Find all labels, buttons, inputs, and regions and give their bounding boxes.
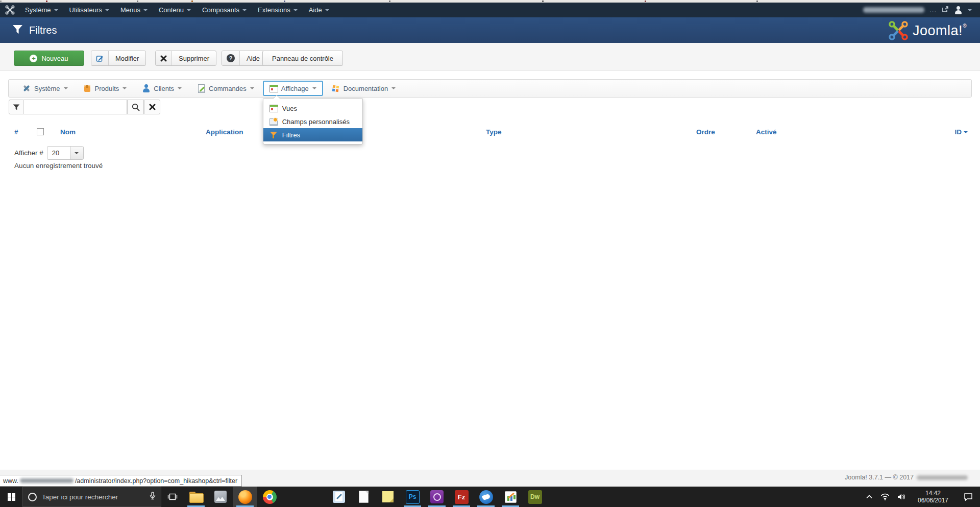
column-nom[interactable]: Nom: [60, 128, 76, 136]
browser-status-url: www. /administrator/index.php?option=com…: [0, 475, 242, 487]
taskbar-dreamweaver[interactable]: Dw: [523, 487, 547, 507]
nav-item-utilisateurs[interactable]: Utilisateurs: [64, 3, 115, 17]
wifi-icon[interactable]: [877, 487, 893, 507]
caret-down-icon: [178, 87, 182, 89]
joomla-logo-icon: [888, 20, 909, 41]
caret-down-icon: [64, 87, 68, 89]
delete-button-label: Supprimer: [172, 51, 216, 65]
new-button-label: Nouveau: [41, 55, 68, 62]
taskbar-separator: [282, 487, 327, 507]
person-icon: [142, 84, 150, 92]
nav-label: Extensions: [258, 6, 290, 14]
task-view-button[interactable]: [161, 487, 184, 507]
taskbar-thunderbird[interactable]: [474, 487, 498, 507]
menu-label: Produits: [95, 85, 119, 92]
status-url-prefix: www.: [3, 477, 18, 485]
joomla-brand: Joomla!®: [888, 20, 967, 41]
edit-button[interactable]: Modifier: [91, 51, 146, 66]
new-button[interactable]: Nouveau: [14, 51, 84, 66]
dropdown-item-champs-personnalises[interactable]: Champs personnalisés: [263, 115, 362, 128]
taskbar-document-app[interactable]: [351, 487, 376, 507]
user-menu-icon[interactable]: [954, 6, 963, 14]
limit-select[interactable]: 20: [47, 146, 84, 160]
dropdown-item-label: Vues: [282, 105, 297, 112]
edit-button-label: Modifier: [109, 51, 145, 65]
help-button[interactable]: Aide: [222, 51, 267, 66]
control-panel-button[interactable]: Panneau de contrôle: [262, 51, 343, 66]
page-title: Filtres: [29, 25, 57, 36]
external-link-icon[interactable]: [942, 6, 949, 14]
limit-label: Afficher #: [14, 149, 43, 157]
product-box-icon: [83, 84, 91, 92]
search-input[interactable]: [23, 100, 127, 114]
taskbar-firefox[interactable]: [233, 487, 257, 507]
order-page-icon: [197, 84, 205, 92]
column-application[interactable]: Application: [206, 128, 243, 136]
hikashop-menu-systeme[interactable]: Système: [16, 81, 75, 96]
speaker-icon[interactable]: [893, 487, 910, 507]
column-type[interactable]: Type: [486, 128, 502, 136]
empty-message: Aucun enregistrement trouvé: [14, 162, 103, 170]
taskbar-clock[interactable]: 14:42 06/06/2017: [910, 487, 957, 507]
photos-icon: [214, 491, 227, 503]
caret-down-icon[interactable]: [968, 9, 972, 11]
taskbar-chart-editor[interactable]: [498, 487, 523, 507]
nav-item-systeme[interactable]: Système: [19, 3, 64, 17]
list-limit-row: Afficher # 20: [14, 146, 84, 160]
help-icon: [222, 51, 240, 65]
dropdown-item-filtres[interactable]: Filtres: [263, 128, 362, 141]
taskbar-sticky-notes[interactable]: [376, 487, 400, 507]
caret-down-icon: [54, 9, 58, 11]
select-all-checkbox[interactable]: [37, 128, 44, 135]
documentation-icon: [332, 84, 340, 92]
redacted-site-name[interactable]: [863, 7, 924, 13]
hikashop-menu-commandes[interactable]: Commandes: [190, 81, 261, 96]
taskbar-photoshop[interactable]: Ps: [400, 487, 425, 507]
caret-down-icon: [293, 9, 298, 11]
taskbar-search-placeholder: Taper ici pour rechercher: [42, 493, 144, 501]
taskbar-text-editor[interactable]: [327, 487, 351, 507]
column-num: #: [14, 128, 18, 136]
column-active[interactable]: Activé: [756, 128, 777, 136]
delete-x-icon: [156, 51, 172, 65]
taskbar-search-box[interactable]: Taper ici pour rechercher: [22, 487, 161, 507]
action-center-icon[interactable]: [957, 487, 980, 507]
column-id-sort[interactable]: ID: [955, 128, 968, 136]
nav-item-composants[interactable]: Composants: [197, 3, 252, 17]
column-ordre[interactable]: Ordre: [696, 128, 715, 136]
caret-down-icon: [391, 87, 396, 89]
hikashop-menu-documentation[interactable]: Documentation: [325, 81, 402, 96]
taskbar-file-explorer[interactable]: [184, 487, 208, 507]
delete-button[interactable]: Supprimer: [155, 51, 216, 66]
search-filter-bar: [9, 100, 160, 114]
admin-top-nav: Système Utilisateurs Menus Contenu Compo…: [0, 3, 980, 17]
nav-item-aide[interactable]: Aide: [303, 3, 335, 17]
microphone-icon[interactable]: [150, 492, 156, 502]
taskbar-photos-app[interactable]: [208, 487, 233, 507]
cortana-icon: [28, 493, 37, 501]
hikashop-menu-produits[interactable]: Produits: [77, 81, 134, 96]
search-button[interactable]: [127, 100, 144, 114]
start-button[interactable]: [0, 487, 22, 507]
hikashop-menu-clients[interactable]: Clients: [135, 81, 188, 96]
hikashop-menu-affichage[interactable]: Affichage Vues Champs personnalisés Filt…: [263, 81, 323, 96]
taskbar-media-app[interactable]: [425, 487, 449, 507]
control-panel-label: Panneau de contrôle: [263, 51, 342, 65]
caret-down-icon: [312, 87, 316, 89]
funnel-icon: [270, 131, 278, 139]
custom-fields-icon: [270, 117, 278, 126]
clear-search-button[interactable]: [144, 100, 160, 114]
nav-item-contenu[interactable]: Contenu: [153, 3, 197, 17]
redacted-copyright-owner: [917, 475, 968, 480]
caret-down-icon: [105, 9, 109, 11]
thunderbird-icon: [479, 490, 493, 504]
tray-chevron-up-icon[interactable]: [862, 487, 877, 507]
taskbar-filezilla[interactable]: Fz: [449, 487, 474, 507]
nav-item-menus[interactable]: Menus: [115, 3, 153, 17]
dropdown-item-label: Filtres: [282, 131, 300, 139]
nav-item-extensions[interactable]: Extensions: [252, 3, 303, 17]
dropdown-item-vues[interactable]: Vues: [263, 102, 362, 115]
taskbar-chrome[interactable]: [257, 487, 282, 507]
sticky-note-icon: [382, 491, 394, 502]
sort-caret-down-icon: [964, 131, 968, 133]
